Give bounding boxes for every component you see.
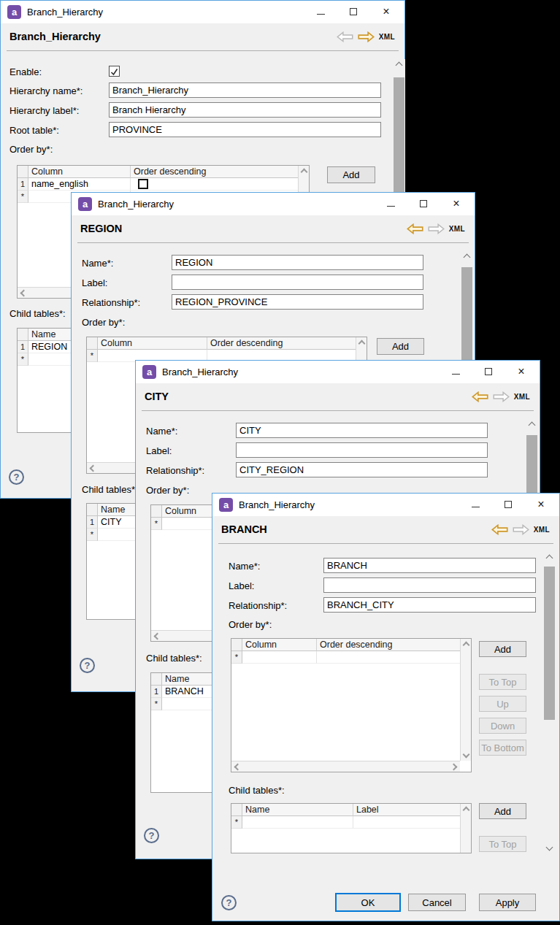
- maximize-button[interactable]: [412, 193, 435, 215]
- relationship-input[interactable]: [172, 294, 423, 310]
- row-header-corner: [87, 504, 98, 516]
- column-cell[interactable]: name_english: [28, 178, 131, 191]
- xml-button[interactable]: XML: [514, 393, 530, 401]
- minimize-button[interactable]: [464, 494, 487, 515]
- add-button[interactable]: Add: [479, 641, 526, 657]
- app-icon: a: [78, 197, 92, 211]
- add-button[interactable]: Add: [377, 338, 424, 355]
- close-button[interactable]: ×: [375, 1, 398, 23]
- label-label: Label:: [82, 277, 107, 288]
- nav-controls: XML: [407, 223, 465, 234]
- relationship-input[interactable]: [323, 597, 536, 613]
- back-arrow-icon[interactable]: [337, 31, 353, 42]
- to-top-button[interactable]: To Top: [479, 836, 526, 852]
- back-arrow-icon[interactable]: [472, 391, 488, 402]
- name-cell[interactable]: [242, 816, 353, 829]
- scrollbar-up-button[interactable]: [393, 59, 405, 72]
- order-descending-checkbox[interactable]: [138, 179, 148, 189]
- scrollbar-down-button[interactable]: [543, 841, 556, 853]
- scrollbar-up-button[interactable]: [543, 552, 556, 564]
- order-descending-header[interactable]: Order descending: [207, 337, 367, 350]
- name-input[interactable]: [236, 423, 488, 438]
- grid-vertical-scrollbar[interactable]: [460, 804, 471, 853]
- ok-button[interactable]: OK: [335, 893, 401, 912]
- new-row[interactable]: *: [231, 651, 471, 664]
- grid-vertical-scrollbar[interactable]: [460, 639, 471, 761]
- name-input[interactable]: [172, 255, 423, 270]
- to-bottom-button[interactable]: To Bottom: [479, 740, 526, 756]
- column-header[interactable]: Column: [98, 337, 207, 350]
- name-header[interactable]: Name: [242, 804, 353, 816]
- page-title: BRANCH: [221, 523, 267, 535]
- titlebar[interactable]: a Branch_Hierarchy ×: [1, 1, 404, 23]
- xml-button[interactable]: XML: [379, 33, 395, 41]
- close-button[interactable]: ×: [445, 193, 468, 215]
- row-number: 1: [151, 686, 162, 698]
- label-header[interactable]: Label: [353, 804, 471, 816]
- hierarchy-label-input[interactable]: [109, 102, 381, 118]
- nav-controls: XML: [472, 391, 530, 402]
- help-button[interactable]: ?: [80, 658, 95, 673]
- xml-button[interactable]: XML: [449, 225, 465, 233]
- nav-controls: XML: [337, 31, 395, 42]
- order-descending-cell[interactable]: [131, 178, 309, 191]
- label-input[interactable]: [323, 577, 536, 593]
- forward-arrow-icon[interactable]: [493, 391, 510, 402]
- help-button[interactable]: ?: [9, 469, 24, 485]
- add-button[interactable]: Add: [479, 803, 526, 819]
- xml-button[interactable]: XML: [534, 526, 550, 534]
- relationship-label: Relationship*:: [229, 600, 287, 611]
- hierarchy-name-label: Hierarchy name*:: [9, 85, 83, 96]
- maximize-icon: [420, 200, 427, 207]
- cancel-button[interactable]: Cancel: [408, 894, 466, 911]
- scrollbar-up-button[interactable]: [461, 251, 473, 264]
- help-button[interactable]: ?: [221, 895, 237, 910]
- scroll-up-icon: [358, 340, 365, 348]
- forward-arrow-icon[interactable]: [358, 31, 375, 42]
- back-arrow-icon[interactable]: [407, 223, 423, 234]
- to-top-button[interactable]: To Top: [479, 674, 526, 690]
- order-descending-header[interactable]: Order descending: [131, 166, 309, 178]
- order-descending-header[interactable]: Order descending: [317, 639, 471, 651]
- titlebar[interactable]: a Branch_Hierarchy ×: [136, 361, 540, 383]
- scrollbar-thumb[interactable]: [544, 567, 555, 720]
- maximize-icon: [505, 501, 512, 508]
- column-cell[interactable]: [242, 651, 317, 664]
- help-button[interactable]: ?: [144, 828, 159, 843]
- scrollbar-thumb[interactable]: [394, 77, 404, 198]
- titlebar[interactable]: a Branch_Hierarchy ×: [212, 494, 559, 516]
- label-cell[interactable]: [353, 816, 471, 829]
- scrollbar-up-button[interactable]: [526, 419, 538, 431]
- down-button[interactable]: Down: [479, 718, 526, 734]
- root-table-input[interactable]: [109, 122, 381, 137]
- column-header[interactable]: Column: [28, 166, 131, 178]
- forward-arrow-icon[interactable]: [428, 223, 445, 234]
- enable-checkbox[interactable]: [109, 66, 120, 77]
- close-button[interactable]: ×: [510, 361, 533, 383]
- maximize-button[interactable]: [342, 1, 365, 23]
- add-button[interactable]: Add: [327, 166, 375, 183]
- titlebar[interactable]: a Branch_Hierarchy ×: [72, 193, 475, 215]
- maximize-button[interactable]: [477, 361, 500, 383]
- up-button[interactable]: Up: [479, 696, 526, 712]
- forward-arrow-icon[interactable]: [513, 524, 529, 535]
- label-input[interactable]: [236, 442, 488, 458]
- window-scrollbar[interactable]: [543, 552, 556, 853]
- new-row[interactable]: *: [231, 816, 471, 829]
- minimize-button[interactable]: [309, 1, 332, 23]
- label-input[interactable]: [172, 275, 423, 290]
- maximize-button[interactable]: [496, 494, 520, 515]
- hierarchy-name-input[interactable]: [109, 82, 381, 98]
- name-input[interactable]: [323, 558, 536, 573]
- minimize-button[interactable]: [444, 361, 467, 383]
- order-descending-cell[interactable]: [317, 651, 471, 664]
- grid-horizontal-scrollbar[interactable]: [231, 761, 460, 772]
- relationship-input[interactable]: [236, 462, 488, 477]
- minimize-button[interactable]: [379, 193, 402, 215]
- root-table-label: Root table*:: [9, 125, 59, 136]
- back-arrow-icon[interactable]: [491, 524, 508, 535]
- apply-button[interactable]: Apply: [479, 894, 536, 911]
- close-button[interactable]: ×: [529, 494, 553, 515]
- table-row[interactable]: 1 name_english: [18, 178, 309, 191]
- column-header[interactable]: Column: [242, 639, 317, 651]
